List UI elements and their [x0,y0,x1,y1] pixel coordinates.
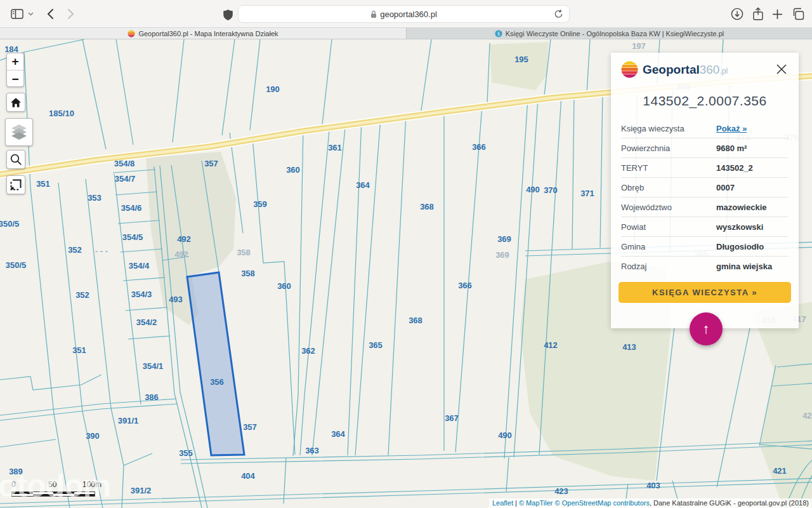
parcel-label: 423 [554,486,568,496]
parcel-label: 362 [301,346,315,356]
sidebar-toggle-icon[interactable] [9,7,25,21]
downloads-icon[interactable] [730,7,745,21]
parcel-label: 370 [544,185,558,195]
parcel-label: 352 [68,245,82,255]
tab-title: Księgi Wieczyste Online - Ogólnopolska B… [506,30,724,37]
zoom-in-button[interactable]: + [7,53,23,70]
home-button[interactable] [6,93,25,112]
parcel-label: 354/5 [122,232,143,242]
parcel-label: 357 [204,159,218,168]
parcel-label: 390 [86,431,100,441]
parcel-label: 492 [177,234,191,244]
scroll-top-button[interactable]: ↑ [690,312,723,345]
parcel-label: 351 [36,179,50,189]
tab-title: Geoportal360.pl - Mapa Interaktywna Dzia… [138,30,278,37]
parcel-label: 404 [241,471,255,481]
tab-strip: Geoportal360.pl - Mapa Interaktywna Dzia… [0,28,812,39]
parcel-label: 354/2 [136,318,157,327]
pokaz-link[interactable]: Pokaż » [716,124,747,133]
parcel-label: 356 [210,377,224,387]
parcel-label: 360 [277,281,291,291]
lock-icon [370,10,377,18]
scale-label: 0 [11,480,16,489]
parcel-label: 364 [331,429,345,439]
ksiegi-favicon: § [495,30,502,37]
parcel-label: 421 [773,466,787,476]
layers-button[interactable] [5,118,33,146]
tab-overview-icon[interactable] [790,7,806,21]
parcel-label: 490 [526,185,540,194]
attribution-link[interactable]: © OpenStreetMap contributors [555,499,650,507]
parcel-label: 190 [266,84,280,94]
parcel-label: 195 [514,55,528,64]
parcel-label: 371 [580,189,594,198]
ksiega-wieczysta-button[interactable]: KSIĘGA WIECZYSTA » [619,282,791,303]
parcel-label: 357 [243,422,257,432]
arrow-up-icon: ↑ [703,321,710,337]
share-icon[interactable] [750,6,766,22]
map[interactable]: 184185/10190195197351353354/8354/7354/63… [0,39,812,508]
parcel-label: 354/7 [115,174,136,184]
close-icon[interactable] [775,62,789,76]
attribute-row-ksiega: Księga wieczysta Pokaż » [621,119,789,138]
parcel-label: - - - [95,246,108,256]
geoportal-logo-text: Geoportal360.pl [643,63,728,77]
parcel-label: 351 [72,345,86,355]
parcel-label: 364 [356,180,370,190]
parcel-label: 366 [458,281,472,290]
attribution-link[interactable]: © MapTiler [519,499,553,507]
browser-toolbar: geoportal360.pl [0,0,812,28]
attribute-row-gmina: Gmina Długosiodło [621,237,789,257]
new-tab-icon[interactable] [769,7,785,21]
parcel-label: 366 [472,142,486,152]
forward-button-icon[interactable] [63,7,77,21]
parcel-label: 368 [420,202,434,211]
parcel-label: 197 [632,41,646,51]
home-icon [10,97,22,108]
back-button-icon[interactable] [43,7,57,21]
geoportal-logo-icon [621,61,638,78]
sidebar-chevron-icon[interactable] [27,10,34,18]
parcel-label: 359 [253,199,267,209]
attribution-text: , Dane Katastralne GUGiK - geoportal.gov… [650,499,809,507]
attribution-link[interactable]: Leaflet [492,499,513,507]
scale-label: 50 [48,480,56,489]
search-button[interactable] [6,150,25,169]
parcel-label: 354/4 [129,261,150,271]
parcel-label: 368 [409,316,422,325]
parcel-label: 354/3 [131,290,152,299]
parcel-label: 361 [328,143,342,152]
parcel-label: 386 [145,392,159,402]
layers-icon [10,124,28,140]
attribute-row-powierzchnia: Powierzchnia 9680 m² [621,138,789,158]
measure-area-button[interactable] [6,175,25,194]
attribute-row-powiat: Powiat wyszkowski [621,217,789,237]
parcel-label: 354/8 [114,159,135,168]
geoportal-favicon [128,30,135,37]
url-bar[interactable]: geoportal360.pl [238,5,570,23]
parcel-label: 355 [179,448,193,458]
svg-text:§: § [497,30,500,36]
parcel-label: 358 [241,269,255,278]
map-attribution: Leaflet | © MapTiler © OpenStreetMap con… [489,498,812,508]
tab-ksiegi-wieczyste[interactable]: § Księgi Wieczyste Online - Ogólnopolska… [406,28,812,39]
privacy-shield-icon[interactable] [221,8,235,22]
attribute-row-rodzaj: Rodzaj gmina wiejska [621,257,789,276]
browser-chrome: geoportal360.pl [0,0,812,39]
parcel-label: 365 [369,340,383,350]
zoom-out-button[interactable]: − [7,70,23,88]
parcel-info-panel: Geoportal360.pl 143502_2.0007.356 Księga… [611,53,799,328]
panel-header: Geoportal360.pl [611,53,799,78]
refresh-icon[interactable] [554,9,563,21]
attribution-text: | [513,499,519,507]
attribute-row-obreb: Obręb 0007 [621,178,789,197]
parcel-label: 492 [174,250,188,259]
parcel-id-title: 143502_2.0007.356 [611,93,799,109]
parcel-label: 185/10 [49,109,74,118]
parcel-label: 369 [495,250,509,260]
parcel-label: 413 [622,342,636,352]
parcel-label: 391/2 [131,486,152,495]
measure-icon [10,179,22,190]
parcel-label: 389 [9,467,23,476]
tab-geoportal[interactable]: Geoportal360.pl - Mapa Interaktywna Dzia… [0,28,406,39]
